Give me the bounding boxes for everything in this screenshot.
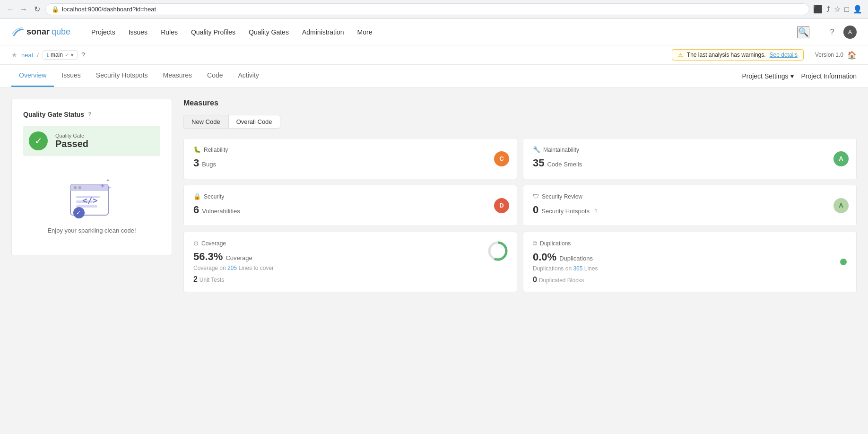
search-button[interactable]: 🔍 — [797, 26, 809, 38]
coverage-label: Coverage — [226, 254, 252, 261]
warning-link[interactable]: See details — [770, 52, 798, 58]
user-actions: ? A — [825, 25, 857, 40]
security-review-value: 0 — [533, 204, 538, 216]
bookmark-button[interactable]: ☆ — [834, 5, 841, 14]
branch-badge[interactable]: ℹ main ✓ ▾ — [43, 50, 78, 60]
duplications-main: 0.0% Duplications — [533, 251, 847, 263]
sonarqube-logo-icon — [11, 26, 25, 39]
nav-issues[interactable]: Issues — [123, 26, 153, 39]
cast-button[interactable]: ⬛ — [813, 5, 823, 14]
sub-nav: Overview Issues Security Hotspots Measur… — [0, 65, 868, 87]
svg-point-4 — [78, 186, 81, 189]
app: sonarqube Projects Issues Rules Quality … — [0, 19, 868, 434]
security-review-card[interactable]: 🛡 Security Review 0 Security Hotspots ? … — [523, 185, 857, 226]
back-button[interactable]: ← — [6, 5, 15, 14]
duplicated-blocks-label: Duplicated Blocks — [539, 277, 584, 284]
nav-administration[interactable]: Administration — [296, 26, 350, 39]
url-bar[interactable]: 🔒 localhost:9000/dashboard?id=heat — [45, 3, 809, 15]
tab-issues[interactable]: Issues — [54, 65, 88, 87]
breadcrumb-bar: ★ heat / ℹ main ✓ ▾ ? ⚠ The last analysi… — [0, 45, 868, 65]
sub-nav-tabs: Overview Issues Security Hotspots Measur… — [11, 65, 742, 87]
tab-measures[interactable]: Measures — [156, 65, 200, 87]
reliability-card[interactable]: 🐛 Reliability 3 Bugs C — [183, 138, 517, 179]
duplications-lines-count: 365 — [573, 265, 582, 272]
profile-button[interactable]: 👤 — [853, 5, 862, 14]
new-code-button[interactable]: New Code — [183, 115, 228, 129]
share-button[interactable]: ⤴ — [826, 5, 830, 14]
coverage-header: ⊙ Coverage — [193, 240, 507, 247]
duplications-dot — [840, 259, 847, 265]
duplications-sub-info: Duplications on 365 Lines — [533, 265, 847, 272]
sub-nav-right: Project Settings ▾ Project Information — [742, 72, 857, 80]
nav-quality-gates[interactable]: Quality Gates — [243, 26, 295, 39]
security-card[interactable]: 🔒 Security 6 Vulnerabilities D — [183, 185, 517, 226]
nav-projects[interactable]: Projects — [86, 26, 121, 39]
tab-security-hotspots[interactable]: Security Hotspots — [88, 65, 156, 87]
nav-more[interactable]: More — [352, 26, 378, 39]
reliability-value: 3 — [193, 157, 199, 169]
coverage-icon: ⊙ — [193, 240, 199, 247]
breadcrumb-help-button[interactable]: ? — [81, 51, 85, 59]
project-breadcrumb-link[interactable]: heat — [21, 52, 33, 59]
project-settings-chevron-icon: ▾ — [790, 72, 794, 80]
browser-chrome: ← → ↻ 🔒 localhost:9000/dashboard?id=heat… — [0, 0, 868, 19]
warning-text: The last analysis has warnings. — [687, 52, 766, 58]
logo-sonar: sonar — [26, 27, 50, 37]
status-check-circle: ✓ — [29, 131, 48, 150]
avatar[interactable]: A — [843, 26, 857, 39]
breadcrumb-separator: / — [37, 52, 39, 59]
reload-button[interactable]: ↻ — [32, 5, 42, 14]
coverage-sub-info: Coverage on 205 Lines to cover — [193, 265, 507, 271]
coverage-lines-count: 205 — [227, 265, 237, 271]
left-panel: Quality Gate Status ? ✓ Quality Gate Pas… — [11, 99, 172, 423]
security-review-label: Security Hotspots — [541, 208, 590, 215]
top-nav: sonarqube Projects Issues Rules Quality … — [0, 19, 868, 45]
overall-code-button[interactable]: Overall Code — [228, 115, 280, 129]
tab-button[interactable]: □ — [844, 5, 849, 14]
favorite-star[interactable]: ★ — [11, 51, 17, 59]
reliability-title: Reliability — [204, 147, 228, 153]
unit-tests-label: Unit Tests — [200, 277, 224, 283]
duplications-header: ⧉ Duplications — [533, 240, 847, 247]
project-settings-button[interactable]: Project Settings ▾ — [742, 72, 793, 80]
right-panel: Measures New Code Overall Code 🐛 Reliabi… — [183, 99, 857, 423]
logo: sonarqube — [11, 26, 70, 39]
svg-text:</>: </> — [82, 195, 98, 205]
project-information-button[interactable]: Project Information — [801, 72, 857, 80]
security-main: 6 Vulnerabilities — [193, 204, 507, 216]
forward-button[interactable]: → — [19, 5, 28, 14]
maintainability-value: 35 — [533, 157, 544, 169]
security-title: Security — [204, 193, 224, 200]
reliability-label: Bugs — [202, 161, 216, 168]
nav-quality-profiles[interactable]: Quality Profiles — [185, 26, 241, 39]
coverage-card[interactable]: ⊙ Coverage 56.3% Coverage Coverage on 20… — [183, 232, 517, 292]
project-settings-label: Project Settings — [742, 72, 788, 80]
quality-gate-help-icon[interactable]: ? — [88, 111, 91, 118]
maintainability-icon: 🔧 — [533, 146, 540, 153]
security-hotspots-help-icon[interactable]: ? — [594, 208, 597, 214]
svg-text:✦: ✦ — [106, 178, 110, 183]
main-content: Quality Gate Status ? ✓ Quality Gate Pas… — [0, 87, 868, 434]
duplicated-blocks-value: 0 — [533, 276, 537, 284]
coverage-value: 56.3% — [193, 251, 223, 263]
tab-activity[interactable]: Activity — [230, 65, 266, 87]
coverage-title: Coverage — [201, 240, 226, 247]
quality-gate-title: Quality Gate Status — [23, 111, 84, 118]
nav-rules[interactable]: Rules — [155, 26, 183, 39]
measures-grid: 🐛 Reliability 3 Bugs C 🔧 Maintainability — [183, 138, 857, 292]
home-button[interactable]: 🏠 — [847, 51, 857, 60]
warning-icon: ⚠ — [678, 52, 683, 58]
maintainability-card[interactable]: 🔧 Maintainability 35 Code Smells A — [523, 138, 857, 179]
tab-overview[interactable]: Overview — [11, 65, 54, 87]
quality-gate-label: Quality Gate — [55, 133, 88, 139]
tab-code[interactable]: Code — [200, 65, 230, 87]
warning-banner: ⚠ The last analysis has warnings. See de… — [672, 49, 804, 61]
duplications-card[interactable]: ⧉ Duplications 0.0% Duplications Duplica… — [523, 232, 857, 292]
browser-actions: ⬛ ⤴ ☆ □ 👤 — [813, 5, 862, 14]
version-text: Version 1.0 — [815, 52, 843, 58]
security-review-header: 🛡 Security Review — [533, 193, 847, 200]
help-button[interactable]: ? — [825, 25, 840, 40]
duplications-label: Duplications — [559, 255, 593, 262]
duplications-title: Duplications — [540, 240, 571, 247]
quality-gate-header: Quality Gate Status ? — [23, 111, 160, 118]
